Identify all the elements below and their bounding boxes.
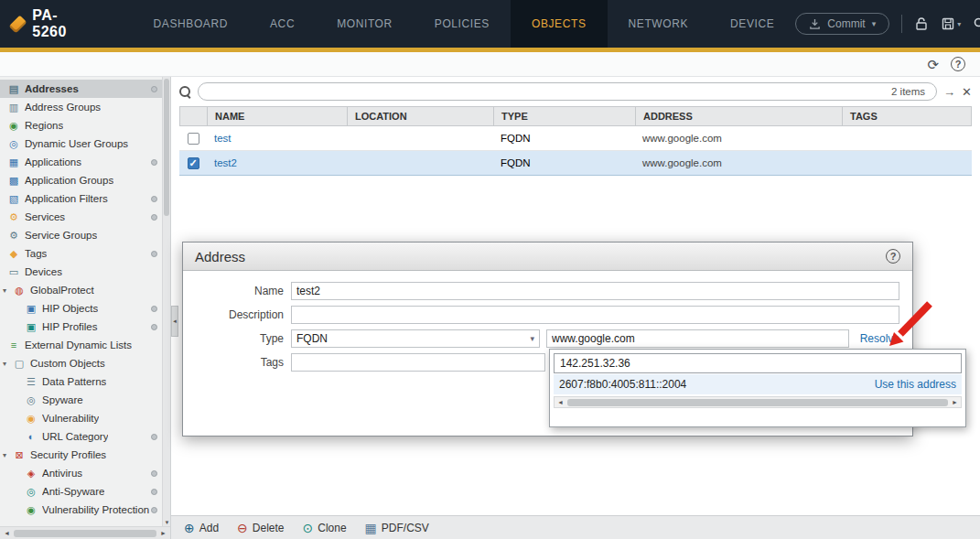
pending-change-dot: [151, 251, 157, 257]
pending-change-dot: [151, 306, 157, 312]
tab-objects[interactable]: OBJECTS: [511, 0, 608, 48]
refresh-icon[interactable]: ⟳: [927, 58, 939, 71]
table-header-row: NAME LOCATION TYPE ADDRESS TAGS: [179, 106, 972, 126]
clear-filter-icon[interactable]: ✕: [962, 86, 972, 98]
sidebar-item-external-dynamic-lists[interactable]: ≡External Dynamic Lists: [0, 336, 170, 354]
scroll-right-icon[interactable]: ►: [158, 530, 168, 536]
sidebar-item-custom-objects[interactable]: ▾▢Custom Objects: [0, 354, 170, 372]
sidebar-item-application-filters[interactable]: ▧Application Filters: [0, 189, 170, 208]
scrollbar-thumb[interactable]: [567, 399, 948, 406]
lock-icon[interactable]: [914, 16, 929, 31]
commit-button[interactable]: Commit ▾: [795, 13, 889, 35]
tab-monitor[interactable]: MONITOR: [316, 0, 414, 48]
custom-objects-icon: ▢: [13, 359, 26, 369]
sidebar-item-service-groups[interactable]: ⚙Service Groups: [0, 226, 170, 244]
sidebar-item-regions[interactable]: ◉Regions: [0, 116, 170, 135]
clone-button[interactable]: ⊙Clone: [303, 522, 347, 534]
scroll-down-icon[interactable]: ▼: [163, 520, 171, 525]
sidebar-item-tags[interactable]: ◆Tags: [0, 244, 170, 263]
column-name[interactable]: NAME: [208, 107, 348, 125]
scroll-left-icon[interactable]: ◄: [555, 399, 565, 405]
sidebar-item-label: Vulnerability: [42, 413, 99, 424]
address-name-link[interactable]: test: [207, 133, 347, 144]
row-checkbox-checked[interactable]: [188, 157, 199, 169]
sidebar-item-url-category[interactable]: ◐URL Category: [0, 427, 170, 446]
sidebar-item-antivirus[interactable]: ◈Antivirus: [0, 464, 170, 482]
brand-logo: PA-5260: [13, 7, 72, 40]
tab-acc[interactable]: ACC: [249, 0, 316, 48]
sidebar-item-address-groups[interactable]: ▥Address Groups: [0, 98, 170, 116]
sidebar-item-hip-objects[interactable]: ▣HIP Objects: [0, 299, 170, 318]
popup-horizontal-scrollbar[interactable]: ◄ ►: [554, 396, 962, 408]
sidebar-horizontal-scrollbar[interactable]: ◄ ►: [0, 526, 170, 539]
scroll-left-icon[interactable]: ◄: [2, 530, 12, 536]
config-save-icon[interactable]: ▾: [941, 16, 961, 31]
action-bar: ⊕Add ⊖Delete ⊙Clone ▦PDF/CSV: [171, 515, 980, 539]
sidebar-item-devices[interactable]: ▭Devices: [0, 263, 170, 281]
collapse-chevron-icon[interactable]: ▾: [3, 286, 13, 295]
hip-profiles-icon: ▣: [25, 322, 38, 332]
addresses-table: NAME LOCATION TYPE ADDRESS TAGS test FQD…: [179, 106, 972, 176]
use-this-address-link[interactable]: Use this address: [875, 378, 956, 391]
sidebar-item-label: Service Groups: [25, 230, 97, 241]
tab-network[interactable]: NETWORK: [608, 0, 710, 48]
column-type[interactable]: TYPE: [494, 107, 636, 125]
column-address[interactable]: ADDRESS: [636, 107, 843, 125]
tags-field[interactable]: [291, 353, 545, 372]
sidebar-vertical-scrollbar[interactable]: ▼: [162, 77, 170, 526]
sidebar-item-hip-profiles[interactable]: ▣HIP Profiles: [0, 318, 170, 336]
resolved-address-item[interactable]: 2607:f8b0:4005:811::2004 Use this addres…: [554, 374, 962, 394]
type-dropdown[interactable]: FQDN ▾: [291, 329, 540, 348]
table-row[interactable]: test FQDN www.google.com: [179, 126, 972, 151]
help-icon[interactable]: [951, 57, 965, 71]
sidebar-item-spyware[interactable]: ◎Spyware: [0, 391, 170, 409]
name-field[interactable]: [291, 282, 899, 300]
search-icon[interactable]: [973, 16, 980, 31]
sidebar-item-applications[interactable]: ▦Applications: [0, 153, 170, 171]
sidebar-item-label: HIP Profiles: [42, 321, 98, 332]
resolved-address-item[interactable]: 142.251.32.36: [554, 353, 962, 373]
sidebar-item-vulnerability-protection[interactable]: ◉Vulnerability Protection: [0, 501, 170, 519]
column-tags[interactable]: TAGS: [843, 107, 971, 125]
add-button[interactable]: ⊕Add: [184, 522, 219, 534]
sidebar-item-services[interactable]: ⚙Services: [0, 208, 170, 226]
sidebar-item-addresses[interactable]: ▤Addresses: [0, 80, 170, 98]
resolve-results-popup: 142.251.32.36 2607:f8b0:4005:811::2004 U…: [549, 349, 966, 427]
resolved-ipv4: 142.251.32.36: [560, 357, 630, 370]
sidebar-item-label: Dynamic User Groups: [25, 138, 128, 149]
sidebar-item-anti-spyware[interactable]: ◎Anti-Spyware: [0, 482, 170, 501]
table-row-selected[interactable]: test2 FQDN www.google.com: [179, 151, 972, 176]
tab-dashboard[interactable]: DASHBOARD: [133, 0, 249, 48]
hip-objects-icon: ▣: [25, 304, 38, 314]
scrollbar-thumb[interactable]: [14, 530, 156, 537]
pdf-csv-label: PDF/CSV: [382, 522, 429, 534]
sidebar-item-globalprotect[interactable]: ▾◍GlobalProtect: [0, 281, 170, 299]
external-dynamic-lists-icon: ≡: [7, 340, 20, 350]
column-location[interactable]: LOCATION: [348, 107, 494, 125]
sidebar-item-label: URL Category: [42, 431, 108, 442]
object-filter-input[interactable]: 2 items: [198, 82, 937, 101]
sidebar-item-dynamic-user-groups[interactable]: ◎Dynamic User Groups: [0, 135, 170, 153]
collapse-chevron-icon[interactable]: ▾: [3, 360, 13, 368]
tab-device[interactable]: DEVICE: [709, 0, 795, 48]
row-checkbox[interactable]: [188, 133, 199, 145]
pdf-csv-button[interactable]: ▦PDF/CSV: [365, 522, 429, 534]
resolve-link[interactable]: Resolve: [860, 332, 899, 345]
sidebar-collapse-handle[interactable]: ◄: [171, 306, 178, 337]
scroll-right-icon[interactable]: ►: [950, 399, 960, 405]
sidebar-item-vulnerability[interactable]: ◉Vulnerability: [0, 409, 170, 427]
address-name-link[interactable]: test2: [207, 157, 347, 168]
dialog-help-icon[interactable]: [886, 249, 900, 264]
scrollbar-thumb[interactable]: [164, 79, 169, 216]
sidebar-item-application-groups[interactable]: ▩Application Groups: [0, 171, 170, 189]
tab-policies[interactable]: POLICIES: [414, 0, 511, 48]
fqdn-field[interactable]: [546, 329, 849, 348]
apply-filter-arrow-icon[interactable]: →: [943, 86, 955, 98]
description-field[interactable]: [291, 306, 899, 324]
sidebar-item-data-patterns[interactable]: ☰Data Patterns: [0, 372, 170, 391]
collapse-chevron-icon[interactable]: ▾: [3, 451, 13, 459]
sidebar-item-security-profiles[interactable]: ▾⊠Security Profiles: [0, 446, 170, 464]
pending-change-dot: [151, 489, 157, 495]
regions-icon: ◉: [7, 121, 20, 131]
delete-button[interactable]: ⊖Delete: [237, 522, 284, 534]
